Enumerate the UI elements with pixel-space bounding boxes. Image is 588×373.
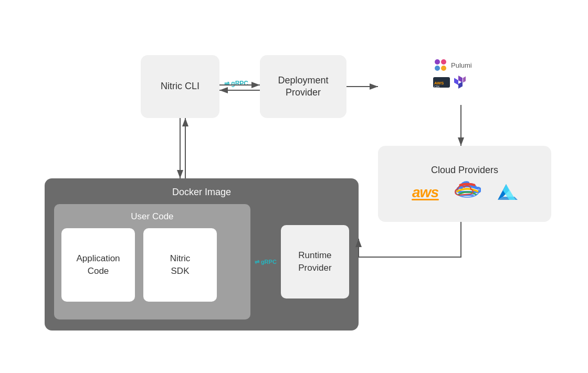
svg-text:CDK: CDK <box>434 85 440 88</box>
runtime-provider-box: RuntimeProvider <box>281 225 349 299</box>
nitric-sdk-label: NitricSDK <box>170 252 191 278</box>
terraform-icon <box>454 76 466 89</box>
cloud-icons-row: aws <box>412 181 518 203</box>
aws-logo: aws <box>412 184 438 201</box>
deployment-provider-label: DeploymentProvider <box>278 74 328 99</box>
cdk-tf-row: AWS CDK <box>433 76 472 89</box>
svg-point-3 <box>441 66 446 71</box>
nitric-cli-box: Nitric CLI <box>141 55 219 118</box>
azure-logo <box>496 181 518 203</box>
nitric-cli-label: Nitric CLI <box>161 80 200 92</box>
user-code-label: User Code <box>61 211 243 222</box>
grpc-label-1: ⇌ gRPC <box>224 80 248 87</box>
aws-cdk-icon: AWS CDK <box>433 77 450 88</box>
svg-marker-8 <box>454 78 458 86</box>
pulumi-row: Pulumi <box>433 58 472 72</box>
nitric-sdk-box: NitricSDK <box>143 228 217 302</box>
docker-image-label: Docker Image <box>54 187 349 198</box>
svg-point-2 <box>435 66 440 71</box>
grpc-text-1: ⇌ gRPC <box>224 80 248 87</box>
cloud-providers-label: Cloud Providers <box>431 165 498 176</box>
svg-marker-9 <box>458 82 463 89</box>
pulumi-icon <box>433 58 448 72</box>
svg-point-1 <box>441 59 446 65</box>
user-code-box: User Code ApplicationCode NitricSDK <box>54 204 250 319</box>
docker-image-box: Docker Image User Code ApplicationCode N… <box>45 178 359 331</box>
application-code-label: ApplicationCode <box>76 252 120 278</box>
svg-marker-10 <box>463 77 466 83</box>
runtime-provider-label: RuntimeProvider <box>298 249 331 274</box>
user-code-boxes: ApplicationCode NitricSDK <box>61 228 243 302</box>
aws-logo-container: aws <box>412 184 439 200</box>
pulumi-label: Pulumi <box>451 61 472 69</box>
diagram-container: Nitric CLI ⇌ gRPC DeploymentProvider Pul… <box>0 0 588 373</box>
application-code-box: ApplicationCode <box>61 228 135 302</box>
deployment-provider-box: DeploymentProvider <box>260 55 346 118</box>
grpc-label-2: ⇌ gRPC <box>255 259 277 265</box>
svg-marker-7 <box>458 76 463 83</box>
aws-underline <box>412 199 439 200</box>
svg-point-0 <box>435 59 440 65</box>
cloud-providers-box: Cloud Providers aws <box>378 146 551 222</box>
provider-logos: Pulumi AWS CDK <box>433 58 472 89</box>
gcloud-logo <box>454 181 481 203</box>
